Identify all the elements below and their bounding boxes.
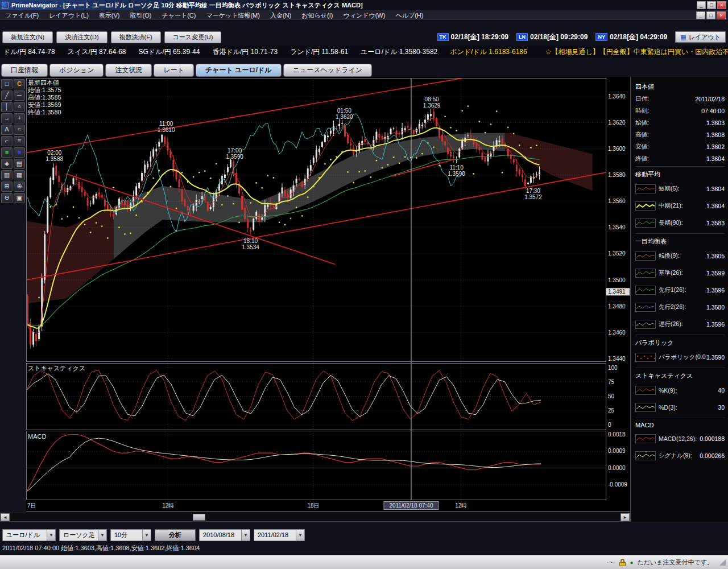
layout-button[interactable]: ▦ レイアウト	[675, 31, 726, 43]
toolbar-button-3[interactable]: コース変更(U)	[164, 31, 222, 43]
minimize-button[interactable]: _	[697, 1, 706, 9]
tab-3[interactable]: レート	[154, 64, 194, 77]
indicator-label: パラボリック(0.02):	[659, 353, 706, 361]
tab-1[interactable]: ポジション	[49, 64, 104, 77]
svg-text:1.3560: 1.3560	[608, 198, 626, 204]
arrow-tool[interactable]: →	[1, 113, 13, 123]
window-controls: _ □ ×	[697, 1, 726, 9]
svg-text:17:30: 17:30	[526, 188, 540, 194]
pair-select[interactable]: ユーロ/ドル ▼	[2, 529, 56, 541]
rate-item-2: SGドル/円 65.39-44	[139, 47, 200, 57]
indicator-row: 始値:1.3603	[635, 117, 725, 129]
svg-text:2011/02/18 07:40: 2011/02/18 07:40	[389, 502, 433, 509]
layout-grid-tool[interactable]: ▦	[14, 170, 25, 180]
menu-item-2[interactable]: 表示(V)	[94, 10, 125, 20]
candle-button[interactable]: C	[14, 79, 25, 89]
mdi-minimize-button[interactable]: _	[696, 11, 705, 19]
indicator-line-swatch	[635, 451, 656, 460]
scroll-right-button[interactable]: ►	[621, 513, 630, 521]
select-tool[interactable]: □	[1, 79, 13, 89]
fibonacci-tool[interactable]: ≡	[14, 136, 25, 146]
resize-grip[interactable]	[719, 559, 726, 566]
svg-text:1.3610: 1.3610	[158, 127, 175, 133]
price-chart[interactable]: 02:001.358811:001.361017:001.359018:101.…	[26, 77, 630, 513]
menu-item-9[interactable]: ヘルプ(H)	[390, 10, 428, 20]
indicator-value: 1.3604	[706, 203, 725, 209]
analyze-button[interactable]: 分析	[155, 529, 196, 541]
menu-item-5[interactable]: マーケット情報(M)	[201, 10, 265, 20]
interval-select[interactable]: 10分 ▼	[110, 529, 151, 541]
status-dot: ●	[630, 559, 633, 566]
indicator-label: %D(3):	[659, 404, 718, 411]
menu-item-4[interactable]: チャート(C)	[156, 10, 201, 20]
sidebar-section-3: パラボリックパラボリック(0.02):1.3590	[635, 335, 725, 366]
app-window: PrimeNavigator - [チャート ユーロ/ドル ローソク足 10分 …	[0, 0, 728, 569]
vertical-line-tool[interactable]: │	[1, 102, 13, 112]
channel-tool[interactable]: ⌐	[1, 136, 13, 146]
text-tool[interactable]: A	[1, 125, 13, 135]
indicator-row: パラボリック(0.02):1.3590	[635, 349, 725, 366]
clock-zone-badge: LN	[516, 33, 528, 41]
layout-rows-tool[interactable]: ▥	[1, 170, 13, 180]
rate-item-3: 香港ドル/円 10.71-73	[212, 47, 278, 57]
svg-text:1.3590: 1.3590	[226, 154, 243, 160]
indicator-row: 中期(21):1.3604	[635, 197, 725, 215]
indicator-value: 07:40:00	[701, 108, 725, 114]
svg-text:1.3588: 1.3588	[46, 156, 63, 162]
mdi-restore-button[interactable]: □	[706, 11, 715, 19]
horizontal-scrollbar[interactable]: ◄ ►	[0, 513, 630, 522]
color-blue-swatch[interactable]: ■	[14, 147, 25, 158]
tab-5[interactable]: ニュースヘッドライン	[283, 64, 373, 77]
wave-tool[interactable]: ≈	[14, 125, 25, 135]
indicator-line-swatch	[635, 434, 656, 443]
hand-tool[interactable]: ◈	[1, 159, 13, 169]
menu-item-7[interactable]: お知らせ(I)	[296, 10, 338, 20]
tab-2[interactable]: 注文状況	[105, 64, 152, 77]
menu-item-3[interactable]: 取引(O)	[125, 10, 156, 20]
save-tool[interactable]: ▣	[14, 193, 25, 203]
maximize-button[interactable]: □	[707, 1, 716, 9]
tab-4[interactable]: チャート ユーロ/ドル	[196, 64, 282, 77]
indicator-label: 先行1(26):	[659, 286, 706, 294]
scrollbar-thumb[interactable]	[193, 514, 205, 521]
indicator-label: 中期(21):	[659, 202, 706, 210]
sidebar-section-2: 一目均衡表転換(9):1.3605基準(26):1.3599先行1(26):1.…	[635, 233, 725, 333]
mdi-close-button[interactable]: ×	[717, 11, 726, 19]
menu-item-8[interactable]: ウィンドウ(W)	[338, 10, 390, 20]
svg-text:08:50: 08:50	[425, 96, 439, 102]
horizontal-line-tool[interactable]: ─	[14, 90, 25, 101]
indicator-label: 時刻:	[635, 107, 701, 115]
menu-item-6[interactable]: 入金(N)	[265, 10, 296, 20]
menu-item-1[interactable]: レイアウト(L)	[44, 10, 94, 20]
zoom-in-tool[interactable]: ⊕	[14, 182, 25, 192]
toolbar-button-1[interactable]: 決済注文(D)	[56, 31, 107, 43]
color-green-swatch[interactable]: ■	[1, 147, 13, 158]
indicator-label: 高値:	[635, 131, 706, 139]
tab-0[interactable]: 口座情報	[1, 64, 48, 77]
ellipse-tool[interactable]: ○	[14, 102, 25, 112]
crosshair-tool[interactable]: +	[14, 113, 25, 123]
indicator-row: 短期(5):1.3604	[635, 180, 725, 197]
sidebar-section-title: 一目均衡表	[635, 236, 725, 248]
trendline-tool[interactable]: ╱	[1, 90, 13, 101]
window-title: PrimeNavigator - [チャート ユーロ/ドル ローソク足 10分 …	[11, 1, 363, 10]
zoom-out-tool[interactable]: ⊖	[1, 193, 13, 203]
add-panel-tool[interactable]: ⊞	[1, 182, 13, 192]
close-button[interactable]: ×	[717, 1, 726, 9]
clipboard-tool[interactable]: ▤	[14, 159, 25, 169]
menu-item-0[interactable]: ファイル(F)	[0, 10, 44, 20]
indicator-row: 基準(26):1.3599	[635, 265, 725, 282]
scrollbar-track[interactable]	[10, 513, 621, 521]
clock-ny: NY02/18[金] 04:29:09	[595, 32, 667, 42]
indicator-value: 1.3605	[706, 253, 725, 259]
date-to-select[interactable]: 2011/02/18 ▼	[254, 529, 305, 541]
chart-type-select[interactable]: ローソク足 ▼	[59, 529, 107, 541]
toolbar-button-2[interactable]: 複数決済(F)	[111, 31, 161, 43]
svg-text:1.3629: 1.3629	[423, 102, 441, 109]
toolbar-button-0[interactable]: 新規注文(N)	[2, 31, 53, 43]
indicator-value: 1.3602	[706, 143, 725, 150]
date-from-select[interactable]: 2010/08/18 ▼	[199, 529, 250, 541]
scroll-left-button[interactable]: ◄	[1, 513, 10, 521]
network-status-icon: ·~·	[607, 559, 616, 566]
indicator-line-swatch	[635, 218, 656, 228]
